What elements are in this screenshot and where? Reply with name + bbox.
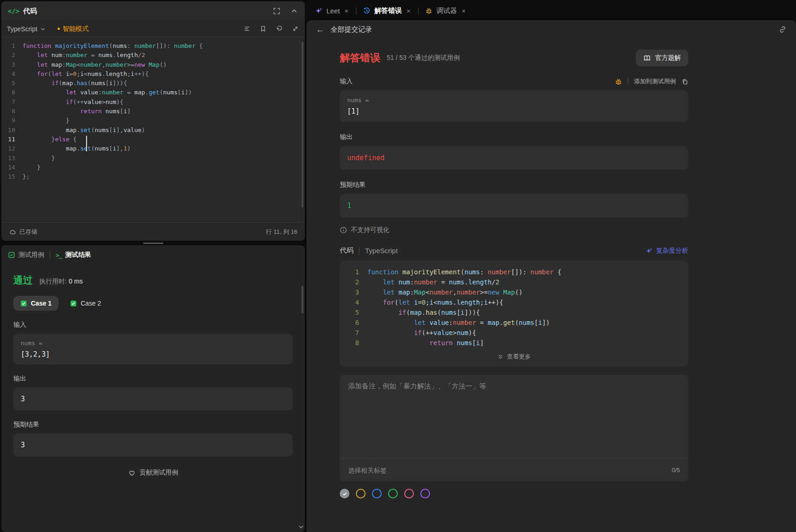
- submission-output-box: undefined: [340, 146, 688, 170]
- code-text: let value:number = map.get(nums[i]): [23, 88, 192, 97]
- code-text: if(map.has(nums[i])){: [23, 79, 127, 88]
- line-number: 4: [340, 297, 367, 307]
- code-text: map.set(nums[i],1): [23, 144, 131, 153]
- code-icon: </>: [8, 7, 19, 15]
- tab-debugger-label: 调试器: [436, 6, 457, 15]
- code-text: return nums[i]: [367, 338, 484, 348]
- editor-code-area[interactable]: 1function majorityElement(nums: number[]…: [1, 37, 305, 222]
- panel-resize-handle[interactable]: [1, 241, 305, 245]
- debug-bug-icon[interactable]: [615, 78, 622, 86]
- editor-scrollbar[interactable]: [302, 42, 303, 208]
- code-line: 1function majorityElement(nums: number[]…: [1, 41, 305, 51]
- all-submissions-label[interactable]: 全部提交记录: [331, 25, 372, 34]
- link-icon[interactable]: [779, 25, 787, 34]
- code-line: 8 return nums[i]: [340, 338, 688, 348]
- code-line: 4 for(let i=0;i<nums.length;i++){: [340, 297, 688, 307]
- code-text: }: [23, 163, 41, 172]
- test-output-label: 输出: [13, 375, 293, 383]
- submission-input-box[interactable]: nums = [1]: [340, 90, 688, 122]
- expected-label: 预期结果: [340, 181, 366, 189]
- code-text: let map:Map<number,number>=new Map(): [23, 60, 167, 69]
- case-1-label: Case 1: [31, 300, 52, 307]
- expand-editor-icon[interactable]: [291, 25, 299, 33]
- bookmark-icon[interactable]: [259, 25, 267, 33]
- back-arrow-icon[interactable]: ←: [316, 25, 324, 35]
- code-text: }: [23, 154, 55, 163]
- color-swatch-purple[interactable]: [420, 489, 430, 498]
- case-2-tab[interactable]: Case 2: [63, 296, 108, 311]
- note-card: 0/5: [340, 375, 688, 481]
- smart-mode-toggle[interactable]: 智能模式: [58, 25, 88, 33]
- editor-toolbar-icons: [243, 25, 299, 33]
- divider: [418, 7, 418, 15]
- editor-code-lines: 1function majorityElement(nums: number[]…: [1, 41, 305, 181]
- line-number: 9: [1, 116, 23, 125]
- code-line: 13 }: [1, 154, 305, 163]
- minimap-divider: [299, 37, 299, 222]
- scroll-down-icon[interactable]: [298, 524, 304, 530]
- code-text: if(++value>num){: [367, 328, 476, 338]
- tab-leet[interactable]: Leet ×: [315, 7, 349, 15]
- language-select[interactable]: TypeScript: [7, 25, 46, 33]
- code-line: 5 if(map.has(nums[i])){: [1, 79, 305, 88]
- code-text: for(let i=0;i<nums.length;i++){: [367, 297, 503, 307]
- double-chevron-down-icon: [497, 353, 504, 360]
- runtime-label: 执行用时:: [39, 278, 67, 285]
- code-line: 2 let num:number = nums.length/2: [340, 277, 688, 287]
- line-number: 5: [340, 307, 367, 318]
- close-icon[interactable]: ×: [343, 7, 349, 15]
- color-swatch-yellow[interactable]: [356, 489, 366, 498]
- official-solution-button[interactable]: 官方题解: [636, 50, 688, 66]
- editor-title: </> 代码: [8, 7, 37, 16]
- code-header-row: 代码 TypeScript 复杂度分析: [340, 246, 688, 255]
- add-to-testcase-button[interactable]: 添加到测试用例: [634, 77, 676, 86]
- code-text: let num:number = nums.length/2: [23, 51, 145, 60]
- color-swatch-none[interactable]: [340, 489, 349, 498]
- fullscreen-icon[interactable]: [273, 7, 281, 15]
- test-input-box[interactable]: nums = [3,2,3]: [13, 334, 293, 364]
- color-swatch-blue[interactable]: [372, 489, 382, 498]
- complexity-analysis-link[interactable]: 复杂度分析: [645, 247, 688, 255]
- tab-debugger[interactable]: 调试器 ×: [425, 6, 467, 15]
- test-input-name: nums =: [21, 340, 285, 347]
- tag-select-input[interactable]: [348, 467, 672, 474]
- color-swatch-pink[interactable]: [404, 489, 414, 498]
- test-expected-value: 3: [21, 439, 285, 451]
- code-text: if(map.has(nums[i])){: [367, 307, 480, 318]
- code-header-left: 代码 TypeScript: [340, 246, 398, 255]
- left-column: </> 代码 TypeScript: [0, 0, 305, 532]
- checkbox-icon: [8, 251, 15, 259]
- no-visualization-row: 不支持可视化: [340, 226, 688, 234]
- line-number: 10: [1, 126, 23, 135]
- test-panel-scrollbar[interactable]: [302, 286, 303, 313]
- result-stats: 51 / 53 个通过的测试用例: [387, 54, 460, 62]
- collapse-panel-icon[interactable]: [290, 7, 298, 15]
- color-swatch-green[interactable]: [388, 489, 398, 498]
- close-icon[interactable]: ×: [461, 7, 467, 15]
- case-1-tab[interactable]: Case 1: [13, 296, 58, 311]
- cursor-position[interactable]: 行 11, 列 16: [266, 228, 297, 236]
- line-number: 11: [1, 135, 23, 144]
- official-solution-label: 官方题解: [655, 54, 681, 62]
- line-number: 3: [1, 60, 23, 69]
- undo-icon[interactable]: [275, 25, 283, 33]
- show-more-button[interactable]: 查看更多: [340, 348, 688, 364]
- code-line: 2 let num:number = nums.length/2: [1, 51, 305, 60]
- case-2-label: Case 2: [81, 300, 101, 307]
- tab-test-result[interactable]: >_ 测试结果: [56, 251, 91, 259]
- editor-status-bar: 已存储 行 11, 列 16: [1, 222, 305, 241]
- tab-submission[interactable]: 解答错误 ×: [363, 6, 412, 15]
- code-text: function majorityElement(nums: number[])…: [23, 41, 203, 51]
- contribute-test-case-button[interactable]: 贡献测试用例: [13, 468, 293, 477]
- format-code-icon[interactable]: [243, 25, 251, 33]
- tab-test-cases-label: 测试用例: [18, 251, 44, 259]
- code-line: 8 return nums[i]: [1, 107, 305, 116]
- code-line: 7 if(++value>num){: [340, 328, 688, 338]
- bug-icon: [425, 7, 433, 15]
- tab-test-cases[interactable]: 测试用例: [8, 251, 44, 259]
- line-number: 5: [1, 79, 23, 88]
- divider: [356, 7, 356, 15]
- close-icon[interactable]: ×: [406, 7, 412, 15]
- test-input-label: 输入: [13, 321, 293, 329]
- note-input[interactable]: [340, 375, 688, 458]
